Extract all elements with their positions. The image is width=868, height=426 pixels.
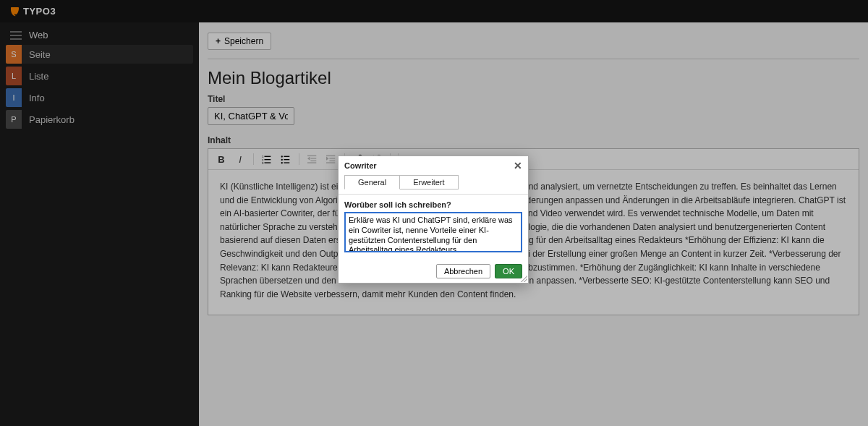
tab-general[interactable]: General: [344, 175, 400, 189]
dialog-title: Cowriter: [344, 161, 377, 170]
cancel-button[interactable]: Abbrechen: [436, 264, 490, 278]
dialog-footer: Abbrechen OK: [339, 260, 528, 283]
dialog-resize-handle[interactable]: [520, 275, 527, 282]
dialog-close-button[interactable]: ✕: [514, 161, 522, 171]
dialog-body: Worüber soll ich schreiben?: [339, 194, 528, 260]
close-icon: ✕: [514, 160, 522, 171]
dialog-tabs: General Erweitert: [339, 175, 528, 194]
cowriter-dialog: Cowriter ✕ General Erweitert Worüber sol…: [338, 156, 529, 284]
prompt-label: Worüber soll ich schreiben?: [344, 200, 522, 209]
dialog-header: Cowriter ✕: [339, 156, 528, 175]
prompt-textarea[interactable]: [344, 212, 522, 252]
ok-button[interactable]: OK: [495, 264, 522, 278]
tab-advanced[interactable]: Erweitert: [400, 175, 458, 189]
